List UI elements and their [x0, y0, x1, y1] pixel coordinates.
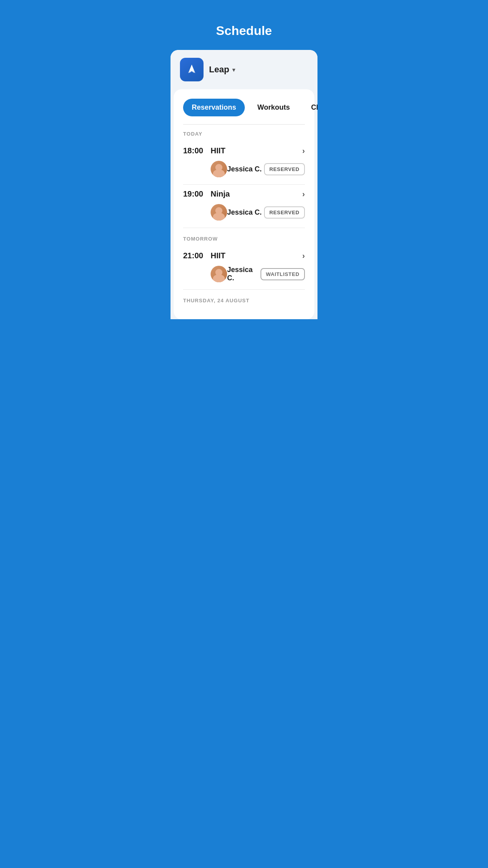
chevron-right-icon-2100: › [302, 251, 305, 260]
avatar-jessica-2100 [211, 266, 227, 282]
class-row-1800[interactable]: 18:00 HIIT › [183, 143, 305, 158]
status-badge-1800: RESERVED [264, 163, 305, 175]
class-time-2100: 21:00 [183, 251, 211, 260]
class-time-1900: 19:00 [183, 189, 211, 199]
class-name-1900: Ninja [211, 189, 302, 199]
section-label-today: TODAY [183, 131, 305, 137]
gym-logo-icon [185, 63, 199, 77]
instructor-name-2100: Jessica C. [227, 266, 261, 282]
chevron-down-icon: ▾ [232, 66, 235, 74]
tab-workouts[interactable]: Workouts [249, 99, 299, 116]
class-name-2100: HIIT [211, 251, 302, 260]
page-title: Schedule [163, 0, 325, 50]
tabs-divider [183, 124, 305, 125]
screen: Schedule Leap ▾ Reservations Workouts [163, 0, 325, 319]
entry-divider-2 [183, 228, 305, 228]
section-label-tomorrow: TOMORROW [183, 236, 305, 242]
tabs-container: Reservations Workouts Classes [183, 99, 305, 116]
class-time-1800: 18:00 [183, 146, 211, 155]
instructor-row-2100: Jessica C. WAITLISTED [211, 263, 305, 288]
entry-divider-1 [183, 184, 305, 185]
instructor-row-1900: Jessica C. RESERVED [211, 202, 305, 226]
gym-name-row[interactable]: Leap ▾ [209, 64, 235, 75]
entry-divider-3 [183, 289, 305, 290]
chevron-right-icon-1900: › [302, 189, 305, 199]
tab-reservations[interactable]: Reservations [183, 99, 245, 116]
status-badge-1900: RESERVED [264, 206, 305, 219]
class-row-1900[interactable]: 19:00 Ninja › [183, 186, 305, 202]
gym-logo [180, 58, 204, 81]
section-label-thursday: THURSDAY, 24 AUGUST [183, 298, 305, 303]
class-entry-2100: 21:00 HIIT › Jessica C. WAITLISTED [183, 248, 305, 288]
instructor-row-1800: Jessica C. RESERVED [211, 158, 305, 183]
class-entry-1900: 19:00 Ninja › Jessica C. RESERVED [183, 186, 305, 226]
avatar-jessica-1900 [211, 204, 227, 221]
status-badge-2100: WAITLISTED [261, 268, 305, 280]
gym-name: Leap [209, 64, 229, 75]
white-card: Reservations Workouts Classes TODAY 18:0… [174, 89, 314, 319]
gym-header: Leap ▾ [171, 50, 317, 89]
instructor-name-1900: Jessica C. [227, 208, 264, 217]
tab-classes[interactable]: Classes [303, 99, 317, 116]
card-container: Leap ▾ Reservations Workouts Classes TOD… [171, 50, 317, 319]
avatar-jessica-1800 [211, 161, 227, 177]
class-name-1800: HIIT [211, 146, 302, 155]
class-entry-1800: 18:00 HIIT › Jessica C. RESERVED [183, 143, 305, 183]
class-row-2100[interactable]: 21:00 HIIT › [183, 248, 305, 263]
chevron-right-icon-1800: › [302, 146, 305, 155]
instructor-name-1800: Jessica C. [227, 165, 264, 173]
